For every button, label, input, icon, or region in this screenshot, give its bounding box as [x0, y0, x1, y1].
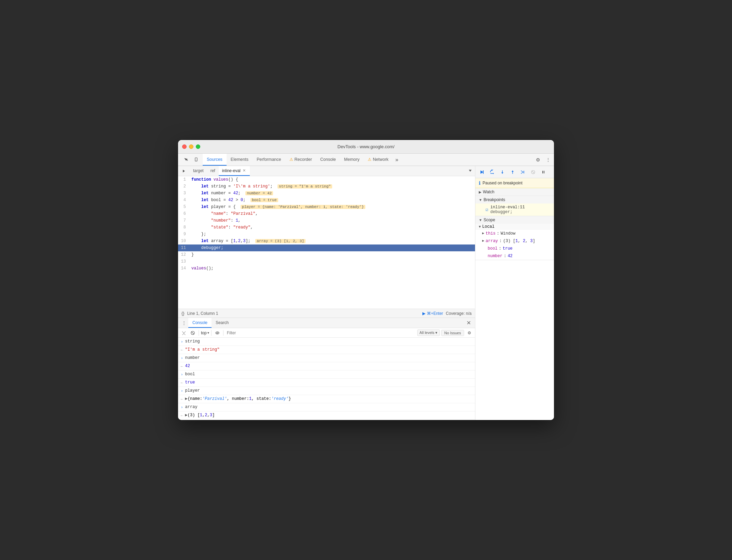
breakpoint-checkbox[interactable]: ☑ — [486, 207, 488, 212]
minimize-button[interactable] — [189, 144, 193, 149]
svg-line-19 — [532, 171, 534, 173]
source-toggle-button[interactable] — [179, 167, 188, 176]
svg-rect-10 — [483, 170, 484, 174]
scope-expand-icon[interactable]: ▶ — [482, 230, 484, 237]
toolbar-separator — [199, 330, 199, 336]
scope-colon: : — [499, 246, 501, 252]
scope-local-chevron-icon: ▼ — [479, 225, 481, 229]
mobile-icon[interactable] — [192, 155, 201, 164]
watch-chevron-icon: ▶ — [479, 190, 482, 194]
console-row-array-result: ← ▶ (3) [1, 2, 3] — [178, 411, 475, 420]
tab-elements[interactable]: Elements — [227, 154, 253, 166]
scope-chevron-icon: ▼ — [479, 218, 482, 222]
code-line-5: 5 let player = { player = {name: 'Parziv… — [178, 204, 475, 210]
tab-icons — [179, 155, 203, 164]
code-line-1: 1 function values() { — [178, 176, 475, 183]
console-settings-button[interactable]: ⚙ — [465, 329, 473, 337]
expand-arrow-icon[interactable]: › — [181, 404, 183, 410]
scope-colon: : — [504, 253, 506, 259]
result-arrow-icon: ← — [181, 380, 183, 386]
resume-button[interactable] — [477, 168, 486, 177]
tab-recorder[interactable]: ⚠ Recorder — [285, 154, 316, 166]
tab-network[interactable]: ⚠ Network — [364, 154, 393, 166]
no-issues-button[interactable]: No Issues — [441, 330, 464, 336]
run-shortcut: ⌘+Enter — [427, 311, 443, 316]
svg-marker-14 — [501, 172, 503, 174]
result-arrow-icon: ← — [181, 347, 183, 353]
scope-header[interactable]: ▼ Scope — [475, 216, 554, 224]
top-context-selector[interactable]: top ▾ — [201, 331, 209, 335]
formatter-icon[interactable]: {} — [181, 311, 185, 316]
source-tab-ref[interactable]: ref — [207, 166, 219, 176]
left-panel: target ref inline-eval ✕ 1 fun — [178, 166, 475, 420]
console-output[interactable]: › string ← "I'm a string" › number ← 42 — [178, 338, 475, 420]
scope-this-item: ▶ this : Window — [475, 230, 554, 237]
code-line-2: 2 let string = 'I\'m a string'; string =… — [178, 183, 475, 190]
block-network-button[interactable] — [189, 329, 196, 337]
scope-local-title: Local — [482, 224, 494, 229]
expand-arrow-icon[interactable]: › — [181, 355, 183, 361]
scope-key: number — [488, 253, 502, 259]
devtools-tabs: Sources Elements Performance ⚠ Recorder … — [178, 154, 554, 166]
expand-arrow-icon[interactable]: › — [181, 339, 183, 345]
result-arrow-icon: ← — [181, 363, 183, 369]
breakpoints-title: Breakpoints — [484, 197, 505, 202]
pause-exceptions-button[interactable] — [539, 168, 548, 177]
source-tab-target[interactable]: target — [190, 166, 207, 176]
step-into-button[interactable] — [498, 168, 507, 177]
cursor-icon[interactable] — [181, 155, 190, 164]
eye-icon-button[interactable] — [214, 329, 221, 337]
step-over-button[interactable] — [488, 168, 497, 177]
tabs-list: Sources Elements Performance ⚠ Recorder … — [203, 154, 533, 166]
console-tabs: ⋮ Console Search ✕ — [178, 318, 475, 328]
toolbar-separator-3 — [223, 330, 223, 336]
scope-val: Window — [501, 230, 515, 237]
source-tab-inline-eval[interactable]: inline-eval ✕ — [219, 166, 250, 176]
console-row-prompt[interactable]: › — [178, 420, 475, 420]
console-tab-console[interactable]: Console — [188, 318, 212, 328]
watch-header[interactable]: ▶ Watch — [475, 188, 554, 196]
console-filter-input[interactable] — [226, 331, 416, 335]
tab-performance[interactable]: Performance — [253, 154, 285, 166]
recorder-warning-icon: ⚠ — [289, 157, 293, 162]
log-level-selector[interactable]: All levels ▾ — [417, 330, 440, 336]
expand-arrow-icon[interactable]: › — [181, 372, 183, 378]
close-tab-icon[interactable]: ✕ — [242, 168, 246, 173]
watch-title: Watch — [483, 190, 494, 194]
code-line-7: 7 "number": 1, — [178, 217, 475, 224]
breakpoint-details: inline-eval:11 debugger; — [490, 205, 525, 214]
step-out-button[interactable] — [508, 168, 517, 177]
tab-console[interactable]: Console — [316, 154, 340, 166]
deactivate-breakpoints-button[interactable] — [529, 168, 538, 177]
console-tab-search[interactable]: Search — [212, 318, 233, 328]
settings-button[interactable]: ⚙ — [533, 155, 542, 164]
tab-sources[interactable]: Sources — [203, 154, 227, 166]
fullscreen-button[interactable] — [196, 144, 200, 149]
svg-marker-9 — [480, 170, 483, 174]
step-button[interactable] — [518, 168, 527, 177]
console-row-array-input: › array — [178, 403, 475, 411]
tab-gear: ⚙ ⋮ — [533, 155, 553, 164]
more-tabs-button[interactable]: » — [393, 157, 401, 163]
clear-console-button[interactable] — [180, 329, 188, 337]
scope-key: this — [486, 230, 496, 237]
breakpoints-header[interactable]: ▼ Breakpoints — [475, 196, 554, 204]
expand-arrow-icon[interactable]: › — [181, 388, 183, 394]
code-line-6: 6 "name": "Parzival", — [178, 210, 475, 217]
source-nav-button[interactable] — [465, 168, 475, 174]
info-icon: ℹ — [479, 180, 480, 186]
breakpoint-notice: ℹ Paused on breakpoint — [475, 178, 554, 188]
code-line-8: 8 "state": "ready", — [178, 224, 475, 231]
code-editor[interactable]: 1 function values() { 2 let string = 'I\… — [178, 176, 475, 309]
more-options-button[interactable]: ⋮ — [544, 155, 553, 164]
tab-memory[interactable]: Memory — [340, 154, 364, 166]
scope-local-header[interactable]: ▼ Local — [475, 224, 554, 230]
window-title: DevTools - www.google.com/ — [338, 144, 395, 149]
breakpoints-section: ▼ Breakpoints ☑ inline-eval:11 debugger; — [475, 196, 554, 216]
console-dots-button[interactable]: ⋮ — [179, 319, 188, 327]
scope-expand-icon[interactable]: ▶ — [482, 238, 484, 244]
close-button[interactable] — [182, 144, 187, 149]
run-snippet-button[interactable]: ▶ ⌘+Enter — [422, 311, 443, 316]
svg-marker-12 — [493, 173, 494, 174]
console-close-button[interactable]: ✕ — [464, 320, 474, 326]
